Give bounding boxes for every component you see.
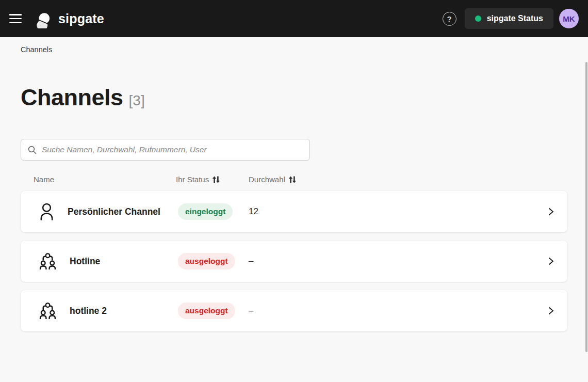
avatar[interactable]: MK — [559, 9, 579, 28]
channel-list: Persönlicher Channel eingeloggt 12 — [21, 191, 567, 331]
column-header-durchwahl[interactable]: Durchwahl — [249, 175, 554, 184]
durchwahl-value: – — [249, 256, 534, 266]
channel-name: Persönlicher Channel — [68, 206, 160, 217]
channel-name: Hotline — [70, 256, 100, 267]
search-input[interactable] — [42, 145, 302, 154]
sort-icon[interactable] — [288, 176, 297, 183]
status-badge: ausgeloggt — [178, 253, 235, 269]
chevron-right-icon[interactable] — [547, 306, 555, 315]
channel-name: hotline 2 — [70, 306, 107, 316]
table-row-hotline[interactable]: Hotline ausgeloggt – — [21, 241, 567, 282]
breadcrumb-channels[interactable]: Channels — [21, 45, 52, 54]
durchwahl-value: 12 — [249, 206, 534, 217]
status-dot-icon — [475, 15, 481, 22]
breadcrumb[interactable]: Channels — [21, 37, 52, 54]
column-header-name: Name — [34, 175, 176, 184]
scrollbar-thumb[interactable] — [585, 62, 587, 352]
page-count-badge: [3] — [129, 92, 145, 109]
status-button-label: sipgate Status — [487, 14, 543, 23]
group-icon — [39, 302, 57, 320]
help-icon[interactable]: ? — [443, 12, 456, 26]
sipgate-status-button[interactable]: sipgate Status — [465, 8, 553, 29]
durchwahl-value: – — [249, 306, 534, 316]
sort-icon[interactable] — [212, 176, 220, 183]
person-icon — [39, 203, 55, 221]
top-bar: sipgate ? sipgate Status MK — [0, 0, 588, 37]
group-icon — [39, 252, 57, 270]
menu-icon[interactable] — [9, 14, 22, 23]
status-badge: eingeloggt — [178, 203, 233, 220]
sipgate-logo-icon — [36, 9, 53, 28]
search-box[interactable] — [21, 139, 310, 161]
avatar-initials: MK — [563, 14, 575, 23]
sipgate-logo[interactable]: sipgate — [36, 9, 104, 28]
table-row-hotline-2[interactable]: hotline 2 ausgeloggt – — [21, 290, 567, 331]
chevron-right-icon[interactable] — [547, 207, 555, 216]
column-header-ihr-status[interactable]: Ihr Status — [176, 175, 249, 184]
status-badge: ausgeloggt — [178, 303, 235, 319]
search-icon — [28, 146, 37, 154]
table-header: Name Ihr Status Durchwahl — [21, 175, 567, 184]
table-row-persoenlicher-channel[interactable]: Persönlicher Channel eingeloggt 12 — [21, 191, 567, 232]
page-title: Channels — [21, 84, 123, 111]
main-content: Channels Channels [3] Name Ihr Status Du… — [0, 37, 588, 331]
chevron-right-icon[interactable] — [547, 257, 555, 266]
brand-name: sipgate — [58, 11, 104, 26]
